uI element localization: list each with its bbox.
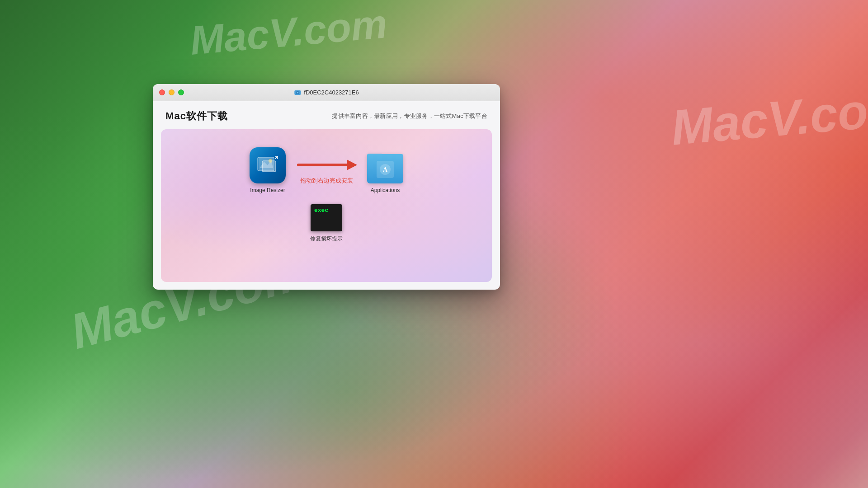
- site-subtitle: 提供丰富内容，最新应用，专业服务，一站式Mac下载平台: [332, 112, 487, 120]
- image-resizer-svg: [254, 152, 281, 179]
- app-icon-wrapper: [250, 147, 286, 183]
- image-resizer-icon: [250, 147, 286, 183]
- applications-folder-icon: A: [367, 147, 403, 183]
- exec-text: exec: [314, 207, 328, 214]
- install-row: Image Resizer 拖动到右边完成安装: [250, 147, 403, 193]
- close-button[interactable]: [159, 89, 165, 95]
- site-title: Mac软件下载: [165, 109, 228, 123]
- app-name-label: Image Resizer: [250, 187, 285, 193]
- folder-icon-center: A: [377, 161, 394, 178]
- folder-app-store-svg: A: [379, 163, 392, 176]
- installer-window: fD0EC2C4023271E6 Mac软件下载 提供丰富内容，最新应用，专业服…: [153, 84, 500, 290]
- svg-line-8: [275, 156, 278, 159]
- folder-body: A: [367, 154, 403, 183]
- svg-point-2: [297, 92, 298, 93]
- exec-icon[interactable]: exec: [311, 204, 342, 231]
- svg-text:A: A: [383, 166, 388, 173]
- window-header: Mac软件下载 提供丰富内容，最新应用，专业服务，一站式Mac下载平台: [153, 101, 500, 129]
- drag-hint-text: 拖动到右边完成安装: [300, 177, 353, 185]
- applications-label: Applications: [371, 187, 400, 193]
- exec-section: exec 修复损坏提示: [310, 204, 343, 243]
- exec-label: 修复损坏提示: [310, 235, 343, 243]
- target-app-item[interactable]: A Applications: [367, 147, 403, 193]
- disk-image-icon: [294, 89, 301, 96]
- dmg-content-area: Image Resizer 拖动到右边完成安装: [161, 129, 492, 282]
- install-arrow-svg: [295, 156, 358, 174]
- applications-folder-wrapper: A: [367, 147, 403, 183]
- source-app-item[interactable]: Image Resizer: [250, 147, 286, 193]
- svg-rect-7: [262, 161, 276, 172]
- svg-marker-12: [347, 160, 357, 170]
- maximize-button[interactable]: [178, 89, 184, 95]
- minimize-button[interactable]: [169, 89, 175, 95]
- window-title: fD0EC2C4023271E6: [304, 89, 359, 96]
- titlebar: fD0EC2C4023271E6: [153, 84, 500, 101]
- traffic-lights: [159, 89, 184, 95]
- window-title-area: fD0EC2C4023271E6: [294, 89, 359, 96]
- install-arrow-area: 拖动到右边完成安装: [295, 156, 358, 185]
